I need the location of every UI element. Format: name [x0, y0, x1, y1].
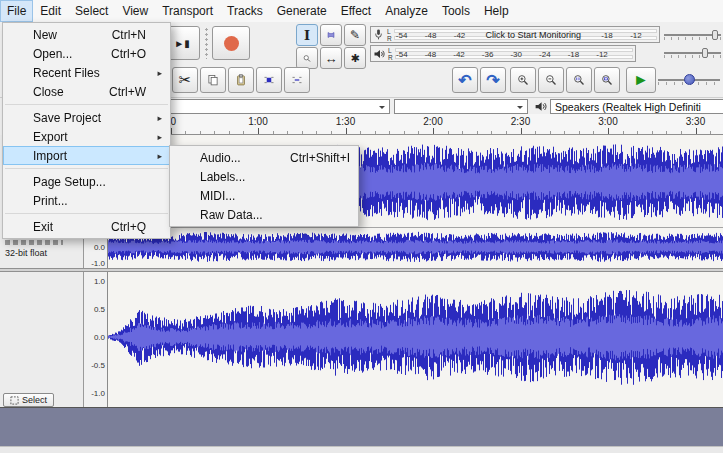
- recording-device-combobox[interactable]: [394, 99, 528, 114]
- meter-tick-label: -48: [425, 49, 437, 58]
- cut-button[interactable]: ✂: [172, 67, 198, 93]
- timeshift-tool-button[interactable]: ↔: [320, 47, 342, 69]
- zoom-selection-button[interactable]: [566, 67, 592, 93]
- timeline-tick: [302, 131, 303, 134]
- track2-select-button[interactable]: Select: [3, 393, 54, 407]
- file-menu-item-exit[interactable]: Exit Ctrl+Q: [3, 217, 170, 236]
- playback-meter[interactable]: LR -54 -48 -42 -36 -30 -24 -18 -12: [370, 45, 636, 62]
- zoom-in-button[interactable]: [510, 67, 536, 93]
- zoom-fit-button[interactable]: [594, 67, 620, 93]
- timeline-tick: [346, 128, 347, 134]
- import-submenu-item-audio[interactable]: Audio... Ctrl+Shift+I: [170, 148, 358, 167]
- track2-waveform[interactable]: [108, 277, 723, 397]
- menu-generate[interactable]: Generate: [270, 0, 334, 22]
- play-speed-slider[interactable]: [658, 71, 720, 89]
- microphone-icon: [373, 28, 384, 41]
- timeline-ruler[interactable]: 30 1:00 1:30 2:00 2:30 3:00 3:30: [84, 114, 723, 135]
- menu-analyze[interactable]: Analyze: [378, 0, 435, 22]
- playback-device-combobox[interactable]: Speakers (Realtek High Definiti: [550, 99, 723, 114]
- draw-tool-button[interactable]: ✎: [344, 24, 366, 46]
- output-volume-slider[interactable]: [664, 28, 721, 42]
- menu-transport[interactable]: Transport: [155, 0, 220, 22]
- timeline-tick: [448, 131, 449, 134]
- play-speed-thumb[interactable]: [684, 74, 695, 85]
- file-menu-item-new[interactable]: New Ctrl+N: [3, 25, 170, 44]
- timeline-label: 2:30: [511, 116, 530, 127]
- silence-audio-button[interactable]: [284, 67, 310, 93]
- file-menu-item-import[interactable]: Import ▸: [3, 146, 170, 165]
- file-menu-item-open[interactable]: Open... Ctrl+O: [3, 44, 170, 63]
- select-button-label: Select: [22, 395, 47, 405]
- draw-tool-icon: ✎: [350, 28, 360, 42]
- zoom-fit-icon: [601, 72, 613, 88]
- skip-to-end-icon: ►▮: [174, 38, 189, 49]
- zoom-out-icon: [545, 72, 557, 88]
- menu-separator: [5, 104, 168, 105]
- timeline-tick: [564, 131, 565, 134]
- paste-button[interactable]: [228, 67, 254, 93]
- import-submenu-item-labels[interactable]: Labels...: [170, 167, 358, 186]
- file-menu-item-print[interactable]: Print...: [3, 191, 170, 210]
- record-button[interactable]: [212, 26, 250, 60]
- undo-button[interactable]: ↶: [452, 67, 478, 93]
- recording-meter-scale: -54 -48 -42 Click to Start Monitoring -1…: [394, 27, 657, 42]
- menu-item-shortcut: Ctrl+Q: [111, 220, 162, 234]
- file-menu-item-save-project[interactable]: Save Project ▸: [3, 108, 170, 127]
- menu-item-label: Audio...: [200, 151, 241, 165]
- meter-tick-label: -12: [630, 30, 642, 39]
- menu-tracks[interactable]: Tracks: [220, 0, 270, 22]
- menu-effect[interactable]: Effect: [334, 0, 378, 22]
- input-volume-thumb[interactable]: [702, 48, 708, 58]
- timeline-tick: [404, 131, 405, 134]
- timeline-tick: [710, 131, 711, 134]
- track1-channel2-waveform[interactable]: [108, 228, 723, 266]
- menu-select[interactable]: Select: [68, 0, 115, 22]
- trim-audio-button[interactable]: [256, 67, 282, 93]
- import-submenu-item-midi[interactable]: MIDI...: [170, 186, 358, 205]
- file-menu-item-close[interactable]: Close Ctrl+W: [3, 82, 170, 101]
- timeline-tick: [360, 131, 361, 134]
- file-menu-item-export[interactable]: Export ▸: [3, 127, 170, 146]
- menu-help[interactable]: Help: [477, 0, 516, 22]
- menu-edit[interactable]: Edit: [33, 0, 68, 22]
- timeline-tick: [273, 131, 274, 134]
- play-at-speed-button[interactable]: ►: [626, 67, 656, 93]
- envelope-tool-button[interactable]: [320, 24, 342, 46]
- meter-tick-label: -48: [425, 30, 437, 39]
- timeline-label: 1:30: [336, 116, 355, 127]
- copy-button[interactable]: [200, 67, 226, 93]
- zoom-out-button[interactable]: [538, 67, 564, 93]
- file-menu-item-page-setup[interactable]: Page Setup...: [3, 172, 170, 191]
- trim-audio-icon: [263, 72, 275, 88]
- menu-file[interactable]: File: [0, 0, 33, 22]
- output-volume-thumb[interactable]: [712, 30, 718, 40]
- input-volume-slider[interactable]: [664, 46, 721, 60]
- menu-tools[interactable]: Tools: [435, 0, 477, 22]
- import-submenu-item-raw-data[interactable]: Raw Data...: [170, 205, 358, 224]
- menu-item-label: Close: [33, 85, 64, 99]
- timeline-tick: [418, 131, 419, 134]
- multi-tool-button[interactable]: ✱: [344, 47, 366, 69]
- selection-tool-button[interactable]: I: [296, 24, 318, 46]
- timeshift-tool-icon: ↔: [325, 51, 338, 66]
- menu-item-label: Export: [33, 130, 68, 144]
- timeline-tick: [681, 131, 682, 134]
- timeline-tick: [535, 131, 536, 134]
- zoom-tool-button[interactable]: [296, 47, 318, 69]
- playback-device-value: Speakers (Realtek High Definiti: [551, 101, 705, 113]
- meter-tick-label: -18: [568, 49, 580, 58]
- speaker-icon: [534, 100, 547, 113]
- menu-item-label: Recent Files: [33, 66, 100, 80]
- recording-meter[interactable]: LR -54 -48 -42 Click to Start Monitoring…: [370, 26, 660, 43]
- menu-view[interactable]: View: [115, 0, 155, 22]
- cut-icon: ✂: [179, 71, 192, 89]
- menu-item-shortcut: Ctrl+O: [111, 47, 162, 61]
- timeline-tick: [666, 131, 667, 134]
- timeline-tick: [506, 131, 507, 134]
- menu-item-label: Exit: [33, 220, 53, 234]
- file-menu-item-recent-files[interactable]: Recent Files ▸: [3, 63, 170, 82]
- timeline-tick: [243, 131, 244, 134]
- monitor-hint-text[interactable]: Click to Start Monitoring: [485, 30, 581, 40]
- redo-button[interactable]: ↷: [480, 67, 506, 93]
- transport-toolbar-grip[interactable]: [204, 27, 209, 59]
